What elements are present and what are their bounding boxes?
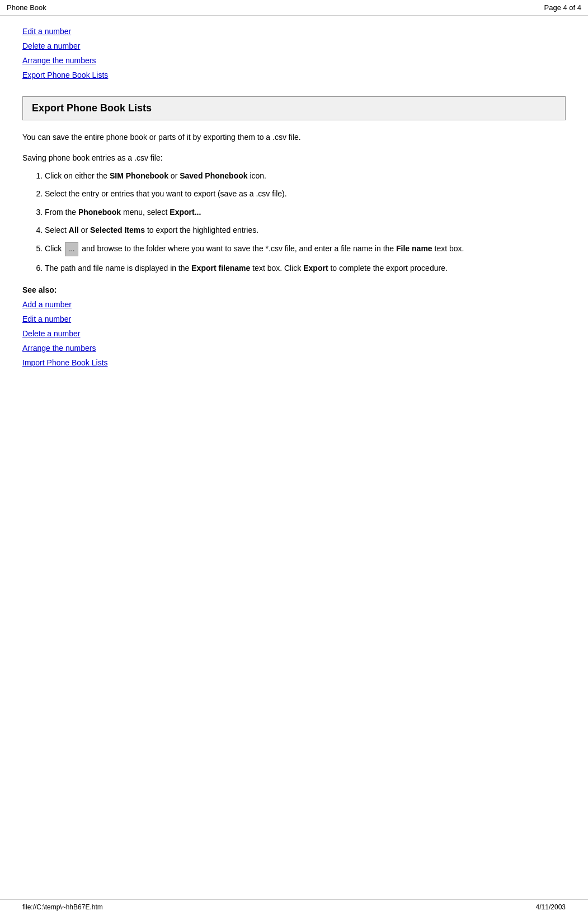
see-also-section: See also: Add a number Edit a number Del…	[22, 285, 566, 367]
main-content: Edit a number Delete a number Arrange th…	[0, 16, 588, 406]
steps-list: Click on either the SIM Phonebook or Sav…	[45, 170, 566, 274]
browse-button[interactable]: ...	[65, 242, 78, 256]
toc-links: Edit a number Delete a number Arrange th…	[22, 27, 566, 79]
footer-file-path: file://C:\temp\~hhB67E.htm	[22, 903, 103, 911]
see-also-link-import[interactable]: Import Phone Book Lists	[22, 358, 566, 367]
step-6: The path and file name is displayed in t…	[45, 262, 566, 274]
page-title: Phone Book	[7, 3, 46, 12]
see-also-label: See also:	[22, 285, 566, 294]
see-also-links: Add a number Edit a number Delete a numb…	[22, 300, 566, 367]
see-also-link-delete[interactable]: Delete a number	[22, 329, 566, 338]
step-1: Click on either the SIM Phonebook or Sav…	[45, 170, 566, 182]
toc-link-edit[interactable]: Edit a number	[22, 27, 566, 36]
section-header: Export Phone Book Lists	[22, 96, 566, 120]
see-also-link-arrange[interactable]: Arrange the numbers	[22, 344, 566, 353]
intro-paragraph-1: You can save the entire phone book or pa…	[22, 132, 566, 143]
step-3: From the Phonebook menu, select Export..…	[45, 206, 566, 218]
toc-link-delete[interactable]: Delete a number	[22, 41, 566, 50]
step-2: Select the entry or entries that you wan…	[45, 187, 566, 200]
step-4: Select All or Selected Items to export t…	[45, 224, 566, 236]
footer-date: 4/11/2003	[536, 903, 566, 911]
page-number: Page 4 of 4	[544, 3, 582, 12]
section-heading: Export Phone Book Lists	[32, 102, 556, 114]
step-5: Click ... and browse to the folder where…	[45, 242, 566, 256]
see-also-link-add[interactable]: Add a number	[22, 300, 566, 309]
toc-link-export[interactable]: Export Phone Book Lists	[22, 71, 566, 79]
steps-label: Saving phone book entries as a .csv file…	[22, 152, 566, 164]
see-also-link-edit[interactable]: Edit a number	[22, 315, 566, 323]
page-footer: file://C:\temp\~hhB67E.htm 4/11/2003	[0, 899, 588, 914]
toc-link-arrange[interactable]: Arrange the numbers	[22, 56, 566, 65]
